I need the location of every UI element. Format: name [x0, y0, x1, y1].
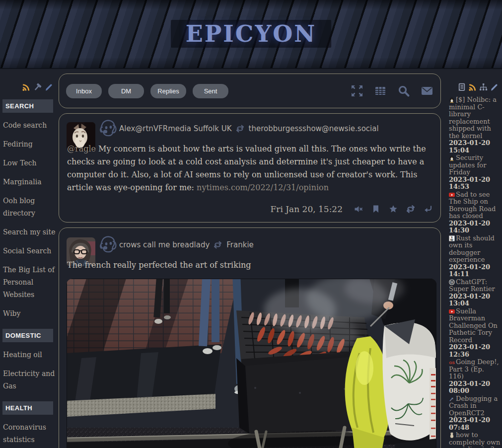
epicyon-dog-icon	[98, 119, 118, 140]
newswire-list: [$] Nolibc: a minimal C-library replacem…	[447, 95, 502, 448]
sidebar-section-header: HEALTH	[2, 401, 53, 415]
timeline-header: Inbox DM Replies Sent	[59, 74, 441, 108]
sidebar-link[interactable]: Social Search	[3, 245, 56, 257]
youtube-favicon-icon	[449, 308, 455, 314]
timeline-tab[interactable]: Inbox	[66, 84, 102, 98]
left-sidebar: SEARCH Code searchFediringLow TechMargin…	[0, 68, 58, 448]
newswire-title: Going Deep!, Part 3 (Ep. 116)	[449, 358, 499, 380]
bookmark-icon[interactable]	[371, 205, 380, 214]
post: Alex@rtnVFRmedia Suffolk UK therobburges…	[59, 113, 441, 223]
epicyon-dog-icon	[98, 235, 118, 256]
newswire-list-icon[interactable]	[457, 83, 466, 91]
yw-favicon-icon: YW	[449, 235, 455, 241]
newswire-item[interactable]: how to completely own an airline in 3	[449, 432, 501, 448]
svg-text:GS: GS	[449, 361, 455, 365]
newswire-date: 2023-01-20 14:30	[449, 220, 501, 234]
newswire-title: [$] Nolibc: a minimal C-library replacem…	[449, 96, 497, 140]
newswire-item[interactable]: Sad to see The Ship on Borough Road has …	[449, 191, 501, 234]
arrow-favicon-icon: ↗	[449, 396, 455, 401]
sidebar-link[interactable]: Coronavirus statistics	[3, 421, 56, 446]
sidebar-link[interactable]: Electricity and Gas	[3, 368, 56, 392]
youtube-favicon-icon	[449, 192, 455, 197]
post: crows call me breadlady Frankie The fren…	[59, 227, 441, 448]
newswire-title: how to completely own an airline in 3	[449, 431, 501, 448]
newswire-title: Rust should own its debugger experience	[449, 234, 495, 264]
sidebar-link[interactable]: Ooh blog directory	[3, 195, 56, 220]
tux-favicon-icon	[449, 97, 455, 102]
post-author[interactable]: Alex@rtnVFRmedia Suffolk UK	[119, 124, 232, 133]
post-content: @ragle My concern is about how the arts …	[67, 143, 437, 194]
boost-icon	[214, 241, 222, 249]
timeline-column: Inbox DM Replies Sent Alex@rtnVFRmedia S…	[59, 68, 442, 448]
boost-icon	[236, 125, 245, 133]
sidebar-link[interactable]: Low Tech	[3, 157, 56, 169]
sidebar-section-header: DOMESTIC	[2, 329, 53, 342]
envelope-icon[interactable]	[421, 84, 433, 97]
sidebar-section: HEALTH Coronavirus statistics	[0, 401, 58, 446]
newswire-date: 2023-01-20 15:04	[449, 140, 501, 154]
newswire-title: ChatGPT: Super Rentier	[449, 278, 495, 293]
newswire-item[interactable]: Security updates for Friday 2023-01-20 1…	[449, 154, 501, 191]
star-icon[interactable]	[389, 205, 398, 214]
share-tree-icon[interactable]	[479, 83, 488, 91]
edit-pen-icon[interactable]	[45, 83, 53, 91]
post-boost-target[interactable]: therobburgessshow@newsie.social	[249, 124, 379, 133]
newswire-item[interactable]: [$] Nolibc: a minimal C-library replacem…	[449, 96, 501, 154]
sidebar-link[interactable]: Wiby	[3, 307, 56, 320]
sidebar-section: DOMESTIC Heating oilElectricity and Gas	[0, 329, 58, 392]
newswire-sidebar: [$] Nolibc: a minimal C-library replacem…	[447, 68, 502, 448]
table-view-icon[interactable]	[374, 84, 387, 97]
sidebar-section-links: Heating oilElectricity and Gas	[0, 349, 58, 392]
post-author[interactable]: crows call me breadlady	[119, 240, 210, 249]
newswire-item[interactable]: YWRust should own its debugger experienc…	[449, 235, 501, 278]
timeline-tabs: Inbox DM Replies Sent	[66, 84, 228, 98]
search-icon[interactable]	[397, 84, 410, 97]
newswire-date: 2023-01-20 14:11	[449, 264, 501, 278]
newswire-item[interactable]: Suella Braverman Challenged On Pathetic …	[449, 308, 501, 359]
sidebar-link[interactable]: Heating oil	[3, 349, 56, 361]
svg-text:W: W	[450, 238, 454, 241]
expand-icon[interactable]	[351, 84, 363, 97]
post-boost-target[interactable]: Frankie	[226, 240, 254, 249]
newswire-date: 2023-01-20 07:48	[449, 417, 501, 431]
sidebar-section-links: Coronavirus statistics	[0, 421, 58, 446]
sidebar-link[interactable]: Fediring	[3, 138, 56, 150]
boost-repeat-icon[interactable]	[406, 205, 415, 214]
cat-favicon-icon	[449, 432, 455, 438]
post-text: The french really perfected the art of s…	[67, 260, 251, 270]
sidebar-link[interactable]: Search my site	[3, 226, 56, 238]
sidebar-link[interactable]: Marginalia	[3, 176, 56, 188]
reply-icon[interactable]	[424, 205, 432, 214]
timeline-tab[interactable]: DM	[108, 84, 144, 98]
post-link[interactable]: nytimes.com/2022/12/31/opinion	[197, 183, 329, 192]
newswire-title: Debugging a Crash in OpenRCT2	[449, 395, 498, 417]
post-image-grill-photo[interactable]	[67, 279, 436, 448]
timeline-tab[interactable]: Replies	[150, 84, 186, 98]
newswire-date: 2023-01-20 13:04	[449, 293, 501, 307]
sidebar-link[interactable]: The Big List of Personal Websites	[3, 264, 56, 301]
left-sidebar-icon-row	[0, 68, 58, 95]
mention-link[interactable]: @ragle	[67, 144, 96, 153]
sidebar-section: SEARCH Code searchFediringLow TechMargin…	[0, 99, 58, 320]
rss-icon[interactable]	[468, 83, 477, 91]
sidebar-link[interactable]: Code search	[3, 119, 56, 132]
timeline-tab[interactable]: Sent	[193, 84, 228, 98]
newswire-date: 2023-01-20 12:36	[449, 344, 501, 358]
tux-favicon-icon	[449, 155, 455, 160]
svg-text:W: W	[450, 280, 454, 284]
hammer-icon[interactable]	[33, 83, 42, 91]
newswire-item[interactable]: ↗Debugging a Crash in OpenRCT2 2023-01-2…	[449, 395, 501, 432]
edit-pen-icon[interactable]	[490, 83, 499, 91]
gs-favicon-icon: GS	[449, 359, 455, 365]
post-timestamp: Fri Jan 20, 15:22	[271, 204, 343, 214]
newswire-icon-row	[447, 68, 502, 95]
sidebar-section-links: Code searchFediringLow TechMarginaliaOoh…	[0, 119, 58, 320]
newswire-item[interactable]: GSGoing Deep!, Part 3 (Ep. 116) 2023-01-…	[449, 359, 501, 395]
newswire-date: 2023-01-20 14:53	[449, 176, 501, 191]
newswire-title: Suella Braverman Challenged On Pathetic …	[449, 307, 498, 344]
mute-icon[interactable]	[354, 205, 363, 214]
newswire-item[interactable]: WChatGPT: Super Rentier 2023-01-20 13:04	[449, 279, 501, 307]
banner[interactable]: EPICYON	[0, 0, 502, 69]
newswire-title: Sad to see The Ship on Borough Road has …	[449, 191, 496, 220]
rss-icon[interactable]	[22, 83, 30, 91]
